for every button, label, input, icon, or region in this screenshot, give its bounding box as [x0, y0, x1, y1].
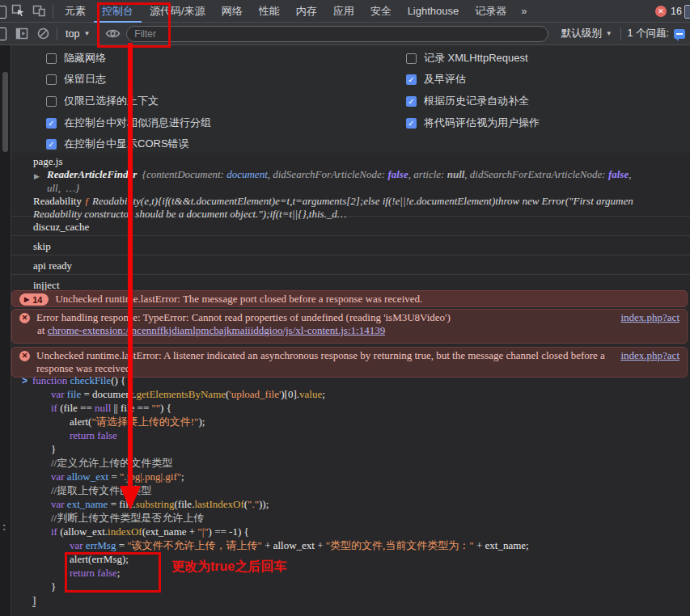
- checkbox-label: 保留日志: [64, 72, 106, 86]
- tab-memory[interactable]: 内存: [288, 0, 325, 23]
- code-token: false: [387, 168, 408, 180]
- log-message: discuz_cache: [33, 221, 89, 234]
- expand-error-group-badge[interactable]: ▶14: [19, 293, 49, 306]
- code-token: (file ==: [57, 402, 95, 414]
- code-line[interactable]: var allow_ext = ".jpg|.png|.gif";: [11, 470, 690, 483]
- code-line[interactable]: return false;: [11, 566, 690, 580]
- setting-row-show-cors-errors: ✓在控制台中显示CORS错误: [46, 137, 189, 151]
- error-message-text: Error handling response: TypeError: Cann…: [36, 311, 614, 324]
- code-token: =: [116, 539, 127, 551]
- clear-console-icon[interactable]: [32, 23, 53, 44]
- tab-lighthouse[interactable]: Lighthouse: [400, 0, 468, 23]
- code-token: getElementsByName: [137, 388, 226, 400]
- code-line[interactable]: }: [11, 580, 690, 593]
- code-line[interactable]: }: [11, 442, 690, 456]
- device-toolbar-icon[interactable]: [28, 1, 49, 22]
- tab-network[interactable]: 网络: [214, 0, 251, 23]
- tab-performance[interactable]: 性能: [251, 0, 288, 23]
- object-class-name: ReaderArticleFinder: [47, 168, 142, 180]
- filter-input[interactable]: [126, 26, 548, 42]
- log-level-dropdown[interactable]: 默认级别▼: [557, 27, 617, 40]
- error-count-badge[interactable]: ✕ 16: [655, 6, 682, 17]
- checkbox-hide-network[interactable]: [46, 53, 57, 64]
- code-token: "|": [197, 525, 208, 538]
- code-token: var: [51, 388, 65, 400]
- scroll-indicator: :: [2, 521, 6, 533]
- console-sidebar-icon[interactable]: [11, 23, 32, 44]
- issues-icon[interactable]: [674, 29, 685, 39]
- scrollbar-thumb[interactable]: [2, 72, 8, 152]
- tab-console[interactable]: 控制台: [94, 0, 142, 23]
- code-token: var: [51, 498, 65, 510]
- code-token: ));: [259, 498, 269, 510]
- code-token: return: [70, 567, 95, 579]
- code-line[interactable]: var ext_name = file.substring(file.lastI…: [11, 497, 690, 511]
- code-token: errMsg: [86, 539, 116, 551]
- code-token: );: [198, 416, 205, 428]
- chevron-down-icon: ▼: [606, 30, 612, 37]
- code-line[interactable]: var file = document.getElementsByName('u…: [11, 387, 690, 401]
- message-separator: [11, 235, 690, 236]
- code-token: var: [70, 539, 83, 551]
- code-token: 'upload_file': [229, 388, 281, 400]
- code-token: (allow_ext.: [57, 525, 108, 538]
- code-line[interactable]: return false: [11, 428, 690, 442]
- source-location-link[interactable]: index.php?act: [620, 349, 679, 362]
- checkbox-preserve-log[interactable]: [46, 74, 57, 85]
- error-message-text: Unchecked runtime.lastError: A listener …: [36, 349, 614, 375]
- code-token: allow_ext: [67, 470, 108, 483]
- more-tabs-button[interactable]: »: [514, 5, 533, 17]
- code-token: "请选择要上传的文件!": [91, 416, 198, 428]
- code-token: value: [299, 388, 322, 400]
- setting-row-evaluate-as-user-action: ✓将代码评估视为用户操作: [406, 116, 540, 130]
- function-name: Readability: [33, 195, 84, 207]
- checkbox-label: 隐藏网络: [64, 51, 106, 65]
- code-token: "该文件不允许上传，请上传": [127, 539, 262, 551]
- expand-triangle-icon[interactable]: ▶: [34, 172, 40, 180]
- code-token: , didSearchForExtraArticleNode:: [464, 168, 608, 180]
- code-token: null: [447, 168, 465, 180]
- checkbox-selected-context-only[interactable]: [46, 96, 57, 107]
- code-line[interactable]: alert(errMsg);: [11, 552, 690, 566]
- stack-trace-line: at chrome-extension://ncennffkjdiamlpmcb…: [19, 324, 679, 337]
- checkbox-log-xmlhttprequest[interactable]: [406, 53, 417, 64]
- code-line[interactable]: alert("请选择要上传的文件!");: [11, 415, 690, 428]
- checkbox-show-cors-errors[interactable]: ✓: [46, 139, 57, 150]
- code-line[interactable]: if (file == null || file == "") {: [11, 401, 690, 415]
- code-token: + allow_ext +: [262, 539, 326, 551]
- context-selector[interactable]: top▼: [61, 28, 95, 40]
- code-line[interactable]: ]: [11, 593, 690, 607]
- code-line[interactable]: //提取上传文件的类型: [11, 483, 690, 497]
- tab-security[interactable]: 安全: [362, 0, 400, 23]
- code-line[interactable]: //判断上传文件类型是否允许上传: [11, 511, 690, 525]
- checkbox-label: 将代码评估视为用户操作: [424, 116, 540, 130]
- code-token: "": [151, 402, 160, 414]
- tab-recorder[interactable]: 记录器: [467, 0, 514, 23]
- code-token: () {: [111, 374, 125, 386]
- code-token: = file.: [108, 498, 135, 510]
- code-line[interactable]: if (allow_ext.indexOf(ext_name + "|") ==…: [11, 525, 690, 538]
- checkbox-evaluate-as-user-action[interactable]: ✓: [406, 118, 417, 129]
- code-token: ;: [181, 470, 184, 483]
- eye-icon[interactable]: [102, 23, 123, 44]
- source-location-link[interactable]: index.php?act: [620, 311, 679, 324]
- code-token: || file ==: [111, 402, 151, 414]
- code-line[interactable]: //定义允许上传的文件类型: [11, 456, 690, 470]
- code-token: (ext_name +: [142, 525, 198, 538]
- object-preview-wrap: ull, …}: [47, 182, 79, 195]
- checkbox-group-similar-messages[interactable]: ✓: [46, 118, 57, 129]
- stack-frame-link[interactable]: chrome-extension://ncennffkjdiamlpmcbajk…: [48, 324, 386, 336]
- tab-sources[interactable]: 源代码/来源: [142, 0, 214, 23]
- checkbox-eager-evaluation[interactable]: ✓: [406, 74, 417, 85]
- error-row-content: ✕Unchecked runtime.lastError: A listener…: [19, 349, 679, 375]
- function-source: Readability(e,t){if(t&&t.documentElement…: [90, 195, 633, 207]
- code-line[interactable]: var errMsg = "该文件不允许上传，请上传" + allow_ext …: [11, 538, 690, 552]
- tab-application[interactable]: 应用: [325, 0, 362, 23]
- code-token: =: [108, 470, 120, 483]
- inspect-element-icon[interactable]: [7, 1, 28, 22]
- tab-elements[interactable]: 元素: [57, 0, 94, 23]
- issues-count-label[interactable]: 1 个问题:: [628, 27, 669, 40]
- code-token: + ext_name;: [474, 539, 529, 551]
- code-line[interactable]: function checkFile() {: [11, 373, 690, 387]
- checkbox-autocomplete-from-history[interactable]: ✓: [406, 96, 417, 107]
